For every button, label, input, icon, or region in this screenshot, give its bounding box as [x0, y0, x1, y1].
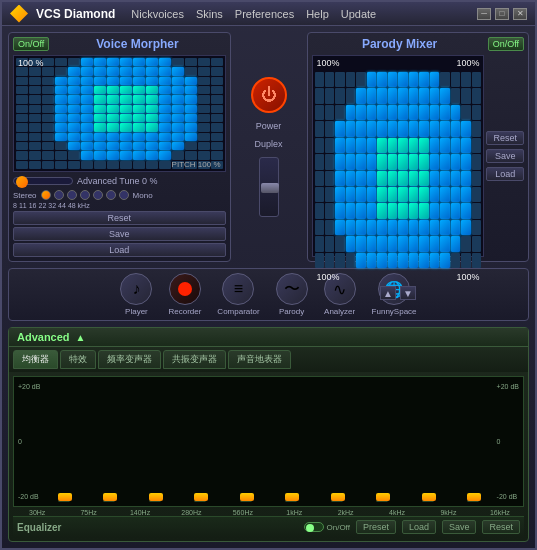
- eq-db-top-right: +20 dB: [497, 383, 519, 390]
- vm-load-button[interactable]: Load: [13, 243, 226, 257]
- eq-handle-4[interactable]: [240, 493, 254, 501]
- eq-bar-track-7[interactable]: [376, 500, 388, 502]
- parody-mixer-on-off[interactable]: On/Off: [488, 37, 524, 51]
- window-controls: ─ □ ✕: [477, 8, 527, 20]
- vm-save-button[interactable]: Save: [13, 227, 226, 241]
- eq-handle-6[interactable]: [331, 493, 345, 501]
- menu-help[interactable]: Help: [306, 8, 329, 20]
- freq-dot-6[interactable]: [119, 190, 129, 200]
- eq-handle-7[interactable]: [376, 493, 390, 501]
- eq-labels-right: +20 dB 0 -20 dB: [497, 381, 519, 502]
- voice-morpher-grid[interactable]: 100 % PITCH 100 %: [13, 55, 226, 172]
- pm-grid-container[interactable]: 100% 100% 100% 100% ▲ ▼: [312, 55, 485, 257]
- tab-equalizer[interactable]: 均衡器: [13, 350, 58, 369]
- advanced-section: Advanced ▲ 均衡器 特效 频率变声器 共振变声器 声音地表器 +20 …: [8, 327, 529, 542]
- eq-bar-track-8[interactable]: [422, 500, 434, 502]
- maximize-button[interactable]: □: [495, 8, 509, 20]
- voice-morpher-on-off[interactable]: On/Off: [13, 37, 49, 51]
- menu-update[interactable]: Update: [341, 8, 376, 20]
- mono-label: Mono: [133, 191, 153, 200]
- eq-save-button[interactable]: Save: [442, 520, 477, 534]
- eq-db-mid-right: 0: [497, 438, 519, 445]
- close-button[interactable]: ✕: [513, 8, 527, 20]
- advanced-arrow[interactable]: ▲: [76, 332, 86, 343]
- stereo-label: Stereo: [13, 191, 37, 200]
- tab-effects[interactable]: 特效: [60, 350, 96, 369]
- eq-bar-track-3[interactable]: [194, 500, 206, 502]
- freq-dot-0[interactable]: [41, 190, 51, 200]
- eq-bar-track-0[interactable]: [58, 500, 70, 502]
- eq-bar-track-1[interactable]: [103, 500, 115, 502]
- power-button[interactable]: ⏻: [251, 77, 287, 113]
- eq-freq-1: 75Hz: [64, 509, 112, 516]
- pm-corner-bl: 100%: [317, 272, 340, 282]
- pm-save-button[interactable]: Save: [486, 149, 524, 163]
- eq-reset-button[interactable]: Reset: [482, 520, 520, 534]
- duplex-label: Duplex: [254, 139, 282, 149]
- pm-nav-down[interactable]: ▼: [400, 286, 416, 300]
- tool-comparator[interactable]: ≡ Comparator: [217, 273, 259, 316]
- freq-dot-1[interactable]: [54, 190, 64, 200]
- eq-bar-group-8: [407, 500, 450, 502]
- parody-mixer-title: Parody Mixer: [312, 37, 488, 51]
- eq-bar-track-5[interactable]: [285, 500, 297, 502]
- eq-freq-6: 2kHz: [321, 509, 369, 516]
- vm-reset-button[interactable]: Reset: [13, 211, 226, 225]
- duplex-thumb: [261, 183, 279, 193]
- eq-handle-3[interactable]: [194, 493, 208, 501]
- eq-bar-track-6[interactable]: [331, 500, 343, 502]
- eq-handle-0[interactable]: [58, 493, 72, 501]
- pm-nav-up[interactable]: ▲: [380, 286, 396, 300]
- vm-grid-canvas: [14, 56, 225, 171]
- eq-toggle[interactable]: [304, 522, 324, 532]
- menu-skins[interactable]: Skins: [196, 8, 223, 20]
- tool-parody[interactable]: 〜 Parody: [276, 273, 308, 316]
- tabs-row: 均衡器 特效 频率变声器 共振变声器 声音地表器: [9, 347, 528, 372]
- tab-voice-ground[interactable]: 声音地表器: [228, 350, 291, 369]
- recorder-icon: [169, 273, 201, 305]
- stereo-row: Stereo Mono: [13, 190, 226, 200]
- pm-corner-tl: 100%: [317, 58, 340, 68]
- pm-side-buttons: Reset Save Load: [486, 55, 524, 257]
- freq-dot-2[interactable]: [67, 190, 77, 200]
- tab-resonance-morpher[interactable]: 共振变声器: [163, 350, 226, 369]
- freq-dot-3[interactable]: [80, 190, 90, 200]
- app-title: VCS Diamond: [36, 7, 115, 21]
- minimize-button[interactable]: ─: [477, 8, 491, 20]
- duplex-slider[interactable]: [259, 157, 279, 217]
- tune-slider[interactable]: [13, 177, 73, 185]
- eq-bar-track-9[interactable]: [467, 500, 479, 502]
- freq-dot-5[interactable]: [106, 190, 116, 200]
- eq-freq-5: 1kHz: [270, 509, 318, 516]
- eq-bar-track-2[interactable]: [149, 500, 161, 502]
- menu-nickvoices[interactable]: Nickvoices: [131, 8, 184, 20]
- eq-handle-5[interactable]: [285, 493, 299, 501]
- eq-bar-track-4[interactable]: [240, 500, 252, 502]
- eq-bar-group-2: [133, 500, 176, 502]
- freq-labels: 8 11 16 22 32 44 48 kHz: [13, 202, 226, 209]
- eq-toggle-thumb: [306, 524, 314, 532]
- app-logo: VCS Diamond: [10, 5, 115, 23]
- tool-player[interactable]: ♪ Player: [120, 273, 152, 316]
- advanced-tune-label: Advanced Tune 0 %: [77, 176, 158, 186]
- player-label: Player: [125, 307, 148, 316]
- eq-handle-2[interactable]: [149, 493, 163, 501]
- eq-display: +20 dB 0 -20 dB +20 dB 0 -20 dB: [13, 376, 524, 507]
- tab-freq-morpher[interactable]: 频率变声器: [98, 350, 161, 369]
- diamond-icon: [10, 5, 28, 23]
- menu-preferences[interactable]: Preferences: [235, 8, 294, 20]
- tune-slider-thumb: [16, 176, 28, 188]
- parody-label: Parody: [279, 307, 304, 316]
- eq-load-button[interactable]: Load: [402, 520, 436, 534]
- eq-bar-group-4: [224, 500, 267, 502]
- eq-preset-button[interactable]: Preset: [356, 520, 396, 534]
- pm-reset-button[interactable]: Reset: [486, 131, 524, 145]
- eq-handle-9[interactable]: [467, 493, 481, 501]
- app-window: VCS Diamond Nickvoices Skins Preferences…: [0, 0, 537, 550]
- freq-dot-4[interactable]: [93, 190, 103, 200]
- tool-recorder[interactable]: Recorder: [168, 273, 201, 316]
- eq-handle-8[interactable]: [422, 493, 436, 501]
- freq-11: 11: [19, 202, 27, 209]
- eq-handle-1[interactable]: [103, 493, 117, 501]
- pm-load-button[interactable]: Load: [486, 167, 524, 181]
